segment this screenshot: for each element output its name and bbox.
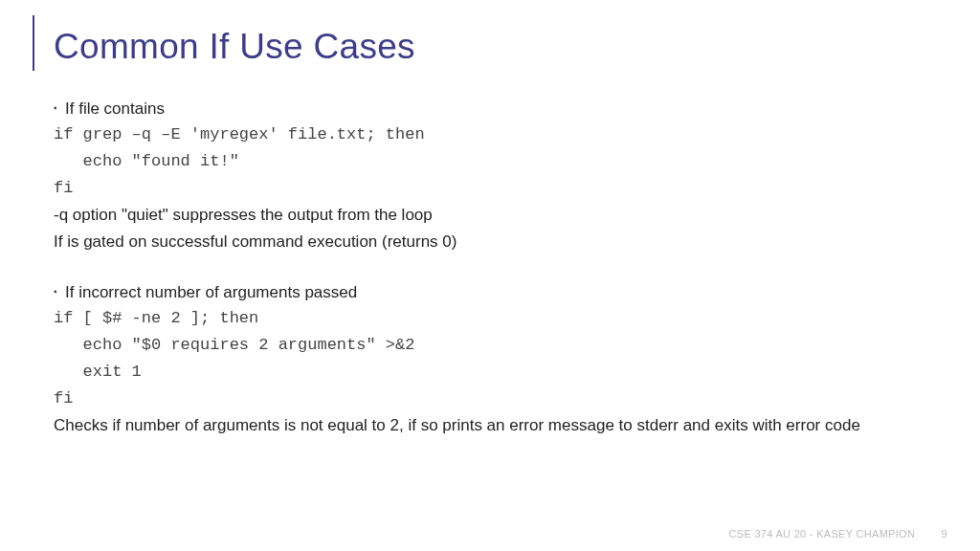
bullet-item: If file contains: [54, 96, 927, 121]
spacer: [54, 254, 927, 279]
page-number: 9: [942, 528, 947, 540]
code-block: if [ $# -ne 2 ]; then echo "$0 requires …: [54, 305, 927, 412]
slide-title: Common If Use Cases: [54, 27, 927, 67]
bullet-item: If incorrect number of arguments passed: [54, 279, 927, 305]
code-block: if grep –q –E 'myregex' file.txt; then e…: [54, 121, 927, 202]
note-text: Checks if number of arguments is not equ…: [54, 412, 927, 438]
slide: Common If Use Cases If file contains if …: [0, 0, 980, 551]
title-accent-bar: [33, 15, 34, 71]
note-text: -q option "quiet" suppresses the output …: [54, 202, 927, 228]
footer-text: CSE 374 AU 20 - KASEY CHAMPION: [729, 528, 916, 540]
note-text: If is gated on successful command execut…: [54, 229, 927, 254]
slide-footer: CSE 374 AU 20 - KASEY CHAMPION 9: [729, 528, 947, 540]
slide-content: If file contains if grep –q –E 'myregex'…: [54, 96, 927, 438]
